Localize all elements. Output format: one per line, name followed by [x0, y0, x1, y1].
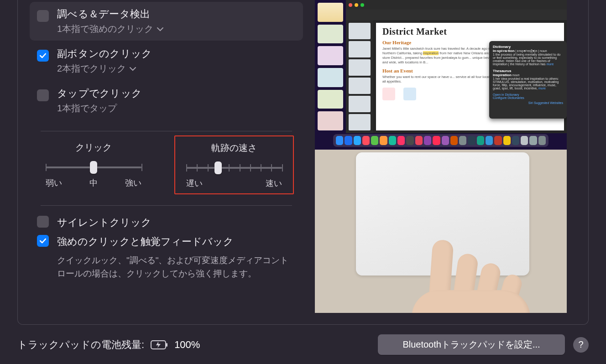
preview-toolbar [346, 10, 567, 20]
zoom-icon [360, 3, 364, 7]
tracking-slider-ticks [186, 162, 282, 173]
dict-word: in·spi·ra·tion | ɪnspəˈreɪʃ(ə)n | noun [493, 49, 547, 52]
dict-siri-link: Siri Suggested Websites [528, 101, 563, 104]
force-click-description: クイックルック、"調べる"、および可変速度メディアコントロールの場合は、クリック… [57, 254, 296, 280]
preview-column: District Market Our Heritage Janet Mille… [315, 0, 588, 324]
thes-definition: 1 her idea provided a real inspiration t… [493, 77, 559, 90]
highlighted-word: inspiration [423, 51, 439, 55]
lower-options: サイレントクリック 強めのクリックと触覚フィードバック クイックルック、"調べる… [30, 216, 303, 280]
tracking-slider-min: 遅い [186, 178, 203, 189]
battery-icon [151, 340, 168, 349]
dock-app-icon [345, 136, 352, 145]
check-icon [38, 51, 47, 60]
dock-app-icon [406, 136, 413, 145]
option-tap-to-click-texts: タップでクリック 1本指でタップ [57, 87, 142, 114]
preview-document: District Market Our Heritage Janet Mille… [376, 23, 564, 130]
thesaurus-header: Thesaurus [493, 69, 511, 73]
tracking-slider-title: 軌跡の速さ [211, 142, 257, 154]
dock-app-icon [477, 136, 484, 145]
battery-label: トラックパッドの電池残量: [17, 338, 144, 352]
doc-title: District Market [382, 26, 558, 37]
thes-word: inspiration noun [493, 73, 519, 77]
option-look-up-title: 調べる＆データ検出 [57, 7, 163, 21]
dock-app-icon [415, 136, 423, 145]
divider [41, 131, 292, 131]
preview-app-window: District Market Our Heritage Janet Mille… [346, 0, 567, 133]
checkbox-secondary-click[interactable] [37, 50, 49, 62]
setup-bluetooth-trackpad-button[interactable]: Bluetoothトラックパッドを設定... [378, 334, 565, 355]
dock-app-icon [450, 136, 458, 145]
check-icon [38, 236, 47, 245]
checkbox-look-up[interactable] [37, 10, 49, 22]
option-secondary-click-texts: 副ボタンのクリック 2本指でクリック [57, 47, 152, 75]
preview-dock [333, 134, 549, 147]
checkbox-silent-click[interactable] [37, 216, 49, 228]
option-look-up-texts: 調べる＆データ検出 1本指で強めのクリック [57, 7, 163, 35]
checkbox-force-click[interactable] [37, 235, 49, 247]
options-column: 調べる＆データ検出 1本指で強めのクリック 副ボタンのクリック 2本指でクリック [18, 0, 315, 324]
dock-app-icon [371, 136, 378, 145]
dock-app-icon [433, 136, 440, 145]
option-tap-to-click-title: タップでクリック [57, 87, 142, 100]
option-secondary-click-subtitle-text: 2本指でクリック [57, 62, 126, 75]
dock-app-icon [503, 136, 511, 145]
footer: トラックパッドの電池残量: 100% Bluetoothトラックパッドを設定..… [17, 334, 589, 355]
dock-app-icon [442, 136, 449, 145]
close-icon [349, 3, 352, 7]
dock-app-icon [354, 136, 361, 145]
dock-app-icon [362, 136, 370, 145]
trackpad-demo [315, 150, 567, 313]
option-silent-click[interactable]: サイレントクリック [37, 216, 296, 229]
help-button[interactable]: ? [573, 337, 589, 353]
click-slider-labels: 弱い 中 強い [46, 177, 141, 188]
settings-panel: 調べる＆データ検出 1本指で強めのクリック 副ボタンのクリック 2本指でクリック [17, 0, 589, 325]
click-slider-min: 弱い [46, 177, 62, 188]
dock-app-icon [486, 136, 493, 145]
tracking-slider[interactable] [186, 162, 282, 173]
dock-app-icon [389, 136, 396, 145]
chevron-down-icon [130, 65, 136, 73]
footer-left: トラックパッドの電池残量: 100% [17, 338, 200, 352]
tracking-slider-thumb[interactable] [214, 161, 222, 174]
dock-app-icon [512, 136, 519, 145]
dock-app-icon [397, 136, 405, 145]
dict-config-link: Configure Dictionaries [493, 96, 524, 99]
preview-body: District Market Our Heritage Janet Mille… [346, 20, 567, 133]
option-look-up-subtitle[interactable]: 1本指で強めのクリック [57, 23, 163, 35]
preview-titlebar [346, 0, 567, 10]
click-slider-thumb[interactable] [90, 161, 97, 174]
silent-click-title: サイレントクリック [57, 216, 152, 229]
option-tap-to-click-subtitle: 1本指でタップ [57, 102, 142, 114]
option-look-up-subtitle-text: 1本指で強めのクリック [57, 23, 153, 35]
tracking-slider-block: 軌跡の速さ [174, 135, 294, 194]
option-force-click[interactable]: 強めのクリックと触覚フィードバック [37, 235, 296, 249]
gesture-preview: District Market Our Heritage Janet Mille… [315, 0, 567, 150]
dock-app-icon [538, 136, 546, 145]
option-tap-to-click-subtitle-text: 1本指でタップ [57, 102, 117, 114]
dict-more-link: more [546, 62, 554, 66]
force-click-title: 強めのクリックと触覚フィードバック [57, 235, 234, 249]
dictionary-popover: Dictionary in·spi·ra·tion | ɪnspəˈreɪʃ(ə… [489, 41, 567, 119]
option-look-up[interactable]: 調べる＆データ検出 1本指で強めのクリック [30, 2, 303, 41]
option-secondary-click-subtitle[interactable]: 2本指でクリック [57, 62, 152, 75]
tracking-slider-max: 速い [266, 178, 282, 189]
checkbox-tap-to-click[interactable] [37, 89, 49, 101]
click-slider-mid: 中 [89, 177, 98, 188]
dock-app-icon [424, 136, 431, 145]
click-slider[interactable] [46, 162, 141, 173]
dock-app-icon [521, 136, 528, 145]
footer-right: Bluetoothトラックパッドを設定... ? [378, 334, 589, 355]
hand-illustration [402, 235, 539, 313]
tracking-slider-labels: 遅い 速い [186, 178, 282, 189]
dock-app-icon [529, 136, 537, 145]
option-tap-to-click[interactable]: タップでクリック 1本指でタップ [30, 81, 303, 120]
minimize-icon [355, 3, 358, 7]
thes-more-link: more [538, 87, 546, 90]
battery-percent: 100% [174, 339, 200, 351]
option-secondary-click[interactable]: 副ボタンのクリック 2本指でクリック [30, 42, 303, 80]
dock-app-icon [494, 136, 502, 145]
dock-app-icon [468, 136, 475, 145]
click-slider-block: クリック 弱い 中 強い [39, 141, 148, 194]
click-slider-max: 強い [125, 177, 141, 188]
chevron-down-icon [157, 26, 163, 33]
